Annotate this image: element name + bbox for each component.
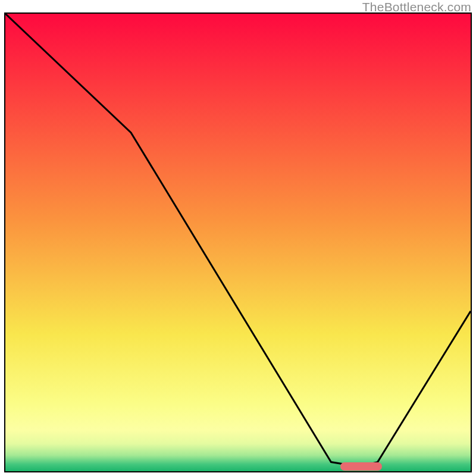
chart-frame	[4, 12, 472, 472]
gradient-background	[5, 14, 471, 471]
optimal-range-marker	[340, 462, 382, 471]
gradient-rect	[5, 14, 471, 471]
